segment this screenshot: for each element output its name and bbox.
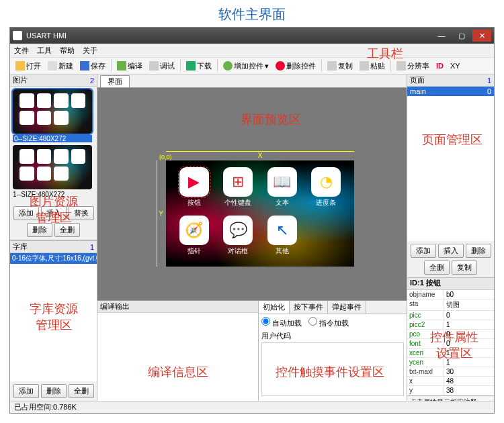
pic-delete-button[interactable]: 删除 [27, 223, 52, 237]
window-title: USART HMI [26, 32, 67, 40]
menu-tools[interactable]: 工具 [37, 46, 52, 56]
font-delall-button[interactable]: 全删 [69, 384, 94, 398]
xy-button[interactable]: XY [448, 60, 463, 71]
prop-row-pco[interactable]: pco0 [407, 330, 494, 339]
open-button[interactable]: 打开 [13, 60, 44, 73]
device-icon-指针[interactable]: 🧭指针 [175, 216, 213, 260]
page-add-button[interactable]: 添加 [411, 244, 436, 258]
page-panel-head: 页面1 [407, 75, 494, 87]
copy-button[interactable]: 复制 [325, 60, 355, 73]
pic-replace-button[interactable]: 替换 [69, 206, 94, 220]
resolution-button[interactable]: 分辨率 [394, 60, 432, 73]
toolbar: 打开 新建 保存 编译 调试 下载 增加控件▾ 删除控件 复制 粘贴 分辨率 I… [10, 57, 494, 75]
font-delete-button[interactable]: 删除 [41, 384, 67, 398]
statusbar: 已占用空间:0.786K [10, 401, 494, 413]
page-title: 软件主界面 [0, 0, 504, 29]
event-tab-release[interactable]: 弹起事件 [328, 301, 366, 314]
device-icon-文本[interactable]: 📖文本 [263, 167, 301, 211]
maximize-button[interactable]: ▢ [452, 30, 471, 42]
device-icon-个性键盘[interactable]: ⊞个性键盘 [220, 167, 257, 211]
font-panel-head: 字库1 [10, 241, 97, 253]
download-button[interactable]: 下载 [183, 60, 214, 73]
delete-control-button[interactable]: 删除控件 [273, 60, 319, 73]
page-copy-button[interactable]: 复制 [452, 261, 477, 275]
prop-row-y[interactable]: y38 [407, 386, 494, 395]
debug-button[interactable]: 调试 [146, 60, 177, 73]
prop-row-objname[interactable]: objnameb0 [407, 290, 494, 299]
page-insert-button[interactable]: 插入 [438, 244, 464, 258]
page-item-main[interactable]: main0 [407, 87, 494, 96]
menu-about[interactable]: 关于 [83, 46, 97, 56]
prop-row-font[interactable]: font0 [407, 339, 494, 348]
pic-panel-head: 图片2 [10, 75, 97, 87]
tab-interface[interactable]: 界面 [100, 75, 130, 87]
radio-cmd[interactable]: 指令加载 [308, 317, 349, 328]
font-add-button[interactable]: 添加 [13, 384, 39, 398]
compile-button[interactable]: 编译 [114, 60, 145, 73]
prop-head: ID:1 按钮 [407, 278, 494, 290]
radio-auto[interactable]: 自动加载 [261, 317, 302, 328]
pic-thumb-1[interactable]: 1--SIZE:480X272 [13, 145, 92, 198]
device-icon-按钮[interactable]: ▶按钮 [175, 167, 213, 211]
prop-table: objnameb0sta切图picc0picc21pco0font0xcen1y… [407, 290, 494, 395]
ruler-y: Y [157, 160, 165, 267]
new-button[interactable]: 新建 [45, 60, 76, 73]
menu-help[interactable]: 帮助 [60, 46, 75, 56]
page-delall-button[interactable]: 全删 [424, 261, 450, 275]
compile-head: 编译输出 [97, 301, 258, 313]
prop-row-picc2[interactable]: picc21 [407, 320, 494, 330]
prop-row-picc[interactable]: picc0 [407, 311, 494, 320]
id-button[interactable]: ID [433, 60, 446, 71]
close-button[interactable]: ✕ [472, 30, 491, 42]
device-preview: ▶按钮⊞个性键盘📖文本◔进度条🧭指针💬对话框↖其他 [166, 160, 354, 267]
pic-add-button[interactable]: 添加 [13, 206, 39, 220]
prop-row-xcen[interactable]: xcen1 [407, 348, 494, 358]
titlebar: USART HMI — ▢ ✕ [10, 28, 494, 44]
save-button[interactable]: 保存 [77, 60, 108, 73]
device-icon-其他[interactable]: ↖其他 [263, 216, 301, 260]
pic-insert-button[interactable]: 插入 [41, 206, 67, 220]
paste-button[interactable]: 粘贴 [357, 60, 388, 73]
event-tab-press[interactable]: 按下事件 [290, 301, 328, 314]
ruler-x: X [166, 151, 354, 159]
device-icon-对话框[interactable]: 💬对话框 [220, 216, 257, 260]
pic-delall-button[interactable]: 全删 [54, 223, 80, 237]
app-icon [13, 31, 22, 40]
menu-file[interactable]: 文件 [14, 46, 29, 56]
event-tab-init[interactable]: 初始化 [259, 301, 290, 314]
prop-row-txt-maxl[interactable]: txt-maxl30 [407, 367, 494, 377]
compile-output [97, 313, 258, 401]
design-canvas[interactable]: (0,0) X Y ▶按钮⊞个性键盘📖文本◔进度条🧭指针💬对话框↖其他 [97, 88, 407, 300]
font-item-0[interactable]: 0-16位字体,尺寸:16x16,(gvt.0272).size [10, 253, 97, 264]
pic-thumb-0[interactable]: 0--SIZE:480X272 [13, 89, 92, 142]
device-icon-进度条[interactable]: ◔进度条 [308, 167, 345, 211]
prop-row-x[interactable]: x48 [407, 377, 494, 386]
minimize-button[interactable]: — [432, 30, 451, 42]
page-delete-button[interactable]: 删除 [466, 244, 491, 258]
app-window: USART HMI — ▢ ✕ 文件 工具 帮助 关于 打开 新建 保存 编译 … [9, 27, 495, 414]
prop-row-sta[interactable]: sta切图 [407, 299, 494, 311]
usercode-area[interactable] [261, 342, 404, 396]
menubar: 文件 工具 帮助 关于 [10, 44, 494, 57]
usercode-label: 用户代码 [261, 331, 404, 341]
prop-row-ycen[interactable]: ycen1 [407, 358, 494, 367]
add-control-button[interactable]: 增加控件▾ [220, 60, 271, 73]
